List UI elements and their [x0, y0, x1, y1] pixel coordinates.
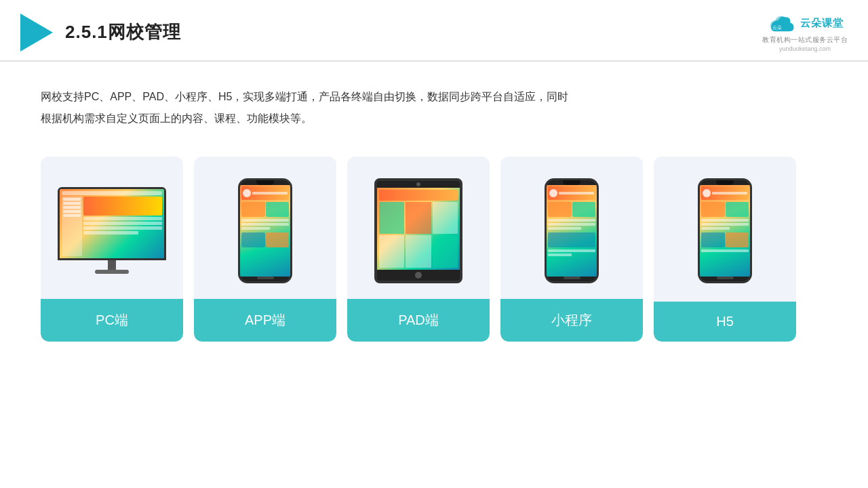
tablet-home-btn — [415, 272, 422, 279]
h5-card: H5 — [654, 157, 796, 342]
app-label: APP端 — [194, 299, 336, 342]
h5-notch — [716, 180, 734, 185]
logo-icon — [20, 14, 53, 52]
phone-notch — [256, 180, 274, 185]
page-title: 2.5.1网校管理 — [65, 20, 181, 44]
pad-card: PAD端 — [347, 157, 490, 342]
tablet-screen — [377, 188, 460, 270]
brand-logo: 云朵 云朵课堂 教育机构一站式服务云平台 yunduoketang.com — [762, 12, 848, 52]
app-screen — [240, 185, 290, 277]
h5-label: H5 — [654, 302, 796, 342]
h5-home-btn — [717, 277, 734, 279]
device-cards-container: PC端 — [0, 143, 868, 362]
monitor-screen — [60, 189, 164, 258]
pad-tablet-mockup — [374, 178, 462, 283]
pc-mockup — [58, 187, 166, 274]
miniapp-screen — [547, 185, 597, 277]
description-paragraph: 网校支持PC、APP、PAD、小程序、H5，实现多端打通，产品各终端自由切换，数… — [41, 86, 570, 129]
app-image-area — [194, 157, 336, 299]
cloud-logo: 云朵 云朵课堂 — [766, 12, 844, 34]
h5-screen — [700, 185, 750, 277]
svg-text:云朵: 云朵 — [772, 25, 782, 30]
miniapp-phone-body — [545, 178, 599, 283]
tablet-top-btn — [416, 182, 420, 186]
phone-home-btn — [257, 277, 274, 279]
monitor-body — [58, 187, 166, 260]
app-card: APP端 — [194, 157, 336, 342]
h5-phone-mockup — [698, 178, 752, 283]
app-phone-mockup — [238, 178, 292, 283]
app-phone-body — [238, 178, 292, 283]
h5-phone-body — [698, 178, 752, 283]
pad-image-area — [347, 157, 490, 299]
description-text: 网校支持PC、APP、PAD、小程序、H5，实现多端打通，产品各终端自由切换，数… — [0, 62, 610, 143]
miniapp-image-area — [500, 157, 643, 299]
miniapp-phone-mockup — [545, 178, 599, 283]
brand-tagline: 教育机构一站式服务云平台 — [762, 35, 848, 45]
header-left: 2.5.1网校管理 — [20, 14, 181, 52]
miniapp-card: 小程序 — [500, 157, 643, 342]
miniapp-notch — [563, 180, 580, 185]
h5-image-area — [654, 157, 796, 299]
cloud-svg-icon: 云朵 — [766, 12, 796, 34]
pc-label: PC端 — [41, 299, 183, 342]
brand-name: 云朵课堂 — [800, 17, 844, 30]
tablet-body — [374, 178, 462, 283]
page-header: 2.5.1网校管理 云朵 云朵课堂 教育机构一站式服务云平台 yunduoket… — [0, 0, 868, 62]
pc-image-area — [41, 157, 183, 299]
pad-label: PAD端 — [347, 299, 490, 342]
miniapp-home-btn — [564, 277, 580, 279]
brand-url: yunduoketang.com — [779, 45, 831, 52]
pc-card: PC端 — [41, 157, 183, 342]
miniapp-label: 小程序 — [500, 299, 643, 342]
